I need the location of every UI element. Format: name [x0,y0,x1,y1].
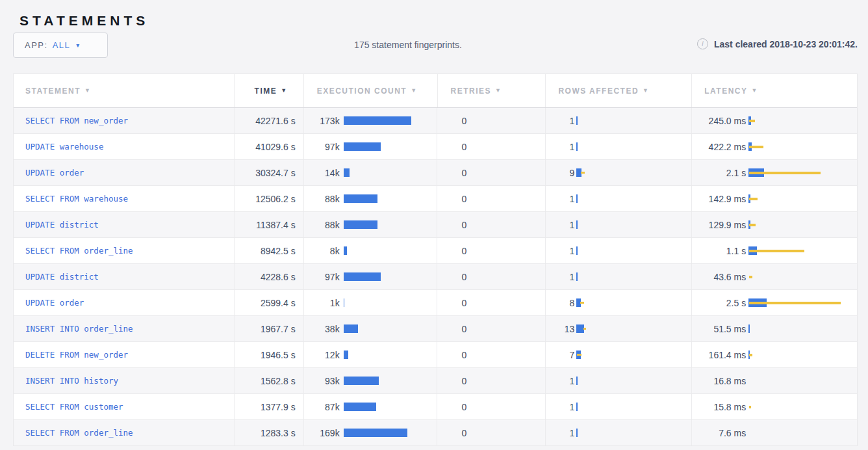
rows-affected-bar [576,403,578,411]
rows-affected-value: 8 [546,298,574,308]
latency-chart [748,351,857,360]
execution-count-cell: 87k [303,394,437,419]
column-header-rows-affected[interactable]: ROWS AFFECTED ▼ [545,74,691,107]
execution-count-bar [344,116,411,125]
latency-chart [748,429,857,438]
time-cell: 41029.6 s [234,134,303,159]
column-header-statement[interactable]: STATEMENT ▼ [14,74,234,107]
execution-count-chart [344,298,437,308]
rows-affected-bar [576,116,578,125]
retries-cell: 0 [437,108,545,133]
execution-count-cell: 93k [303,368,437,393]
statement-link[interactable]: INSERT INTO history [25,376,118,386]
table-row: DELETE FROM new_order 1946.5 s 12k 0 7 1… [14,342,857,368]
execution-count-value: 8k [304,246,340,256]
statement-cell: SELECT FROM customer [14,394,234,419]
statements-table: STATEMENT ▼ TIME ▼ EXECUTION COUNT ▼ RET… [13,73,858,446]
rows-affected-chart [576,351,691,360]
table-row: SELECT FROM order_line 1283.3 s 169k 0 1… [14,420,857,446]
rows-affected-value: 1 [546,376,574,386]
execution-count-chart [344,116,437,126]
statement-cell: INSERT INTO history [14,368,234,393]
latency-cell: 1.1 s [691,238,857,263]
app-filter-dropdown[interactable]: APP: ALL ▾ [13,33,108,58]
time-value: 41029.6 s [255,142,296,152]
execution-count-chart [344,142,437,152]
statement-cell: UPDATE district [14,264,234,289]
app-filter-label: APP: [25,40,48,50]
rows-affected-cell: 13 [545,316,691,341]
execution-count-value: 169k [304,428,340,438]
statement-link[interactable]: DELETE FROM new_order [25,350,128,360]
latency-chart [748,220,857,230]
rows-affected-chart [576,246,691,256]
statement-link[interactable]: SELECT FROM order_line [25,246,133,256]
retries-cell: 0 [437,368,545,393]
execution-count-value: 1k [304,298,340,308]
rows-affected-cell: 1 [545,368,691,393]
sort-arrow-icon: ▼ [752,87,758,94]
column-label: EXECUTION COUNT [317,86,407,96]
rows-affected-value: 1 [546,428,574,438]
latency-cell: 422.2 ms [691,134,857,159]
retries-cell: 0 [437,134,545,159]
column-header-latency[interactable]: LATENCY ▼ [691,74,857,107]
time-value: 2599.4 s [261,298,296,308]
latency-stddev-bar [749,250,804,252]
execution-count-value: 38k [304,324,340,334]
retries-cell: 0 [437,316,545,341]
time-value: 42271.6 s [255,116,296,126]
statement-link[interactable]: UPDATE order [25,298,84,308]
column-header-execution-count[interactable]: EXECUTION COUNT ▼ [303,74,437,107]
latency-cell: 129.9 ms [691,212,857,237]
info-icon[interactable]: i [697,38,708,49]
fingerprint-summary: 175 statement fingerprints. [354,40,462,50]
latency-stddev-bar [749,146,763,148]
latency-value: 161.4 ms [692,350,746,360]
latency-cell: 142.9 ms [691,186,857,211]
rows-affected-value: 13 [546,324,574,334]
time-cell: 1377.9 s [234,394,303,419]
retries-value: 0 [461,350,466,360]
statement-link[interactable]: INSERT INTO order_line [25,324,133,334]
time-cell: 1562.8 s [234,368,303,393]
table-row: UPDATE district 4228.6 s 97k 0 1 43.6 ms [14,264,857,290]
execution-count-chart [344,377,437,386]
statement-cell: SELECT FROM new_order [14,108,234,133]
rows-affected-value: 1 [546,194,574,204]
execution-count-bar [344,220,377,229]
latency-cell: 245.0 ms [691,108,857,133]
statement-link[interactable]: UPDATE district [25,220,99,230]
rows-affected-value: 1 [546,142,574,152]
sort-arrow-icon: ▼ [643,87,649,94]
table-row: UPDATE warehouse 41029.6 s 97k 0 1 422.2… [14,134,857,160]
statement-link[interactable]: UPDATE order [25,168,84,178]
rows-affected-bar [576,194,578,203]
column-header-retries[interactable]: RETRIES ▼ [437,74,546,107]
execution-count-bar [344,351,348,359]
statement-link[interactable]: SELECT FROM customer [25,402,123,412]
column-header-time[interactable]: TIME ▼ [234,74,303,107]
statement-link[interactable]: UPDATE district [25,272,99,282]
latency-chart [748,272,857,282]
column-label: STATEMENT [25,86,81,96]
sort-arrow-icon: ▼ [495,87,502,94]
chevron-down-icon: ▾ [76,42,79,49]
statement-link[interactable]: UPDATE warehouse [25,142,103,152]
rows-affected-value: 1 [546,272,574,282]
retries-value: 0 [461,298,466,308]
retries-cell: 0 [437,342,545,367]
latency-value: 129.9 ms [692,220,746,230]
statement-link[interactable]: SELECT FROM new_order [25,116,128,126]
retries-value: 0 [461,220,466,230]
latency-stddev-bar [749,120,755,122]
rows-affected-chart [576,272,691,282]
latency-chart [748,246,857,256]
rows-affected-cell: 1 [545,264,691,289]
statement-link[interactable]: SELECT FROM order_line [25,428,133,438]
execution-count-chart [344,403,437,412]
statement-cell: SELECT FROM order_line [14,238,234,263]
statement-link[interactable]: SELECT FROM warehouse [25,194,128,204]
time-value: 1377.9 s [261,402,296,412]
rows-affected-stddev-bar [580,302,584,304]
